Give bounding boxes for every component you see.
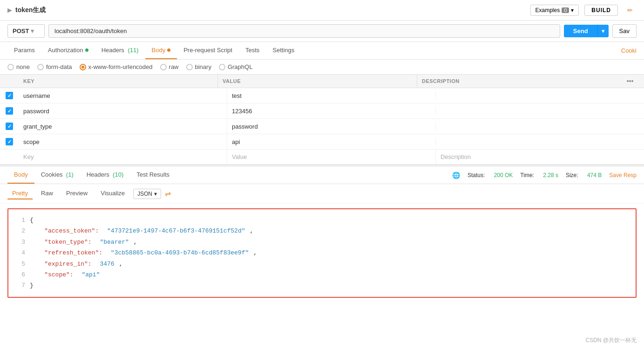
table-row: scope api [0, 134, 644, 150]
examples-button[interactable]: Examples 0 ▾ [530, 5, 579, 16]
tab-headers[interactable]: Headers (11) [95, 42, 145, 59]
method-label: POST [13, 27, 29, 34]
json-val-access-token: "473721e9-1497-4c67-b6f3-4769151cf52d" [107, 226, 245, 236]
save-button[interactable]: Sav [612, 24, 637, 38]
row3-check[interactable] [0, 119, 19, 134]
tab-body[interactable]: Body [145, 42, 177, 59]
row2-checkbox[interactable] [6, 107, 13, 115]
row4-checkbox[interactable] [6, 138, 13, 145]
tab-pre-request[interactable]: Pre-request Script [177, 42, 239, 59]
resp-tab-headers-label: Headers [87, 171, 109, 178]
build-button[interactable]: BUILD [584, 5, 618, 16]
row1-checkbox[interactable] [6, 92, 13, 99]
body-type-row: none form-data x-www-form-urlencoded raw… [0, 60, 644, 75]
title-bar: ▶ token生成 Examples 0 ▾ BUILD ✏ [0, 0, 644, 21]
radio-binary[interactable]: binary [186, 63, 211, 70]
radio-form-data[interactable]: form-data [37, 63, 72, 70]
authorization-dot [85, 48, 88, 52]
row2-value: 123456 [227, 104, 435, 118]
radio-graphql[interactable]: GraphQL [219, 63, 252, 70]
fmt-preview[interactable]: Preview [61, 188, 92, 199]
radio-urlencoded-label: x-www-form-urlencoded [88, 63, 153, 70]
resp-tab-test-results[interactable]: Test Results [130, 166, 176, 184]
tab-params[interactable]: Params [7, 42, 41, 59]
radio-none-label: none [16, 63, 30, 70]
json-line-5: 5 "expires_in": 3476, [16, 259, 628, 269]
wrap-icon[interactable]: ⇌ [165, 189, 171, 198]
resp-tab-headers[interactable]: Headers (10) [80, 166, 130, 184]
cookies-badge: (1) [64, 171, 74, 178]
line-num-6: 6 [16, 269, 25, 280]
json-key-scope: "scope": [30, 269, 77, 280]
status-label: Status: [468, 172, 487, 178]
method-arrow-icon: ▾ [31, 27, 34, 34]
row2-check[interactable] [0, 103, 19, 118]
header-key: KEY [19, 75, 217, 88]
tab-pre-request-label: Pre-request Script [183, 47, 232, 54]
tab-authorization-label: Authorization [48, 47, 83, 54]
add-desc[interactable]: Description [435, 150, 644, 164]
resp-tab-body-label: Body [14, 171, 28, 178]
fmt-raw[interactable]: Raw [36, 188, 58, 199]
json-key-token-type: "token_type": [30, 237, 95, 247]
tab-settings[interactable]: Settings [266, 42, 301, 59]
row3-value: password [227, 119, 435, 134]
row1-key: username [19, 89, 227, 103]
resp-tab-body[interactable]: Body [7, 166, 34, 184]
fmt-pretty[interactable]: Pretty [7, 188, 33, 199]
tab-authorization[interactable]: Authorization [41, 42, 95, 59]
radio-none[interactable]: none [7, 63, 30, 70]
radio-binary-circle [186, 64, 193, 70]
size-value: 474 B [587, 172, 602, 178]
fmt-visualize[interactable]: Visualize [96, 188, 129, 199]
tab-body-label: Body [152, 47, 166, 54]
edit-icon[interactable]: ✏ [624, 5, 637, 16]
send-arrow-button[interactable]: ▾ [597, 25, 609, 37]
format-bar: Pretty Raw Preview Visualize JSON ▾ ⇌ [0, 184, 644, 204]
method-select[interactable]: POST ▾ [7, 24, 45, 38]
row3-key: grant_type [19, 119, 227, 134]
json-line-1: 1 { [16, 215, 628, 226]
cookies-link[interactable]: Cooki [621, 47, 637, 54]
send-button[interactable]: Send [564, 25, 597, 37]
format-select-label: JSON [137, 191, 152, 197]
globe-icon[interactable]: 🌐 [452, 172, 460, 179]
row2-desc [435, 107, 644, 115]
status-value: 200 OK [494, 172, 513, 178]
format-chevron-icon: ▾ [154, 191, 157, 197]
title-left: ▶ token生成 [7, 6, 46, 14]
format-select[interactable]: JSON ▾ [133, 189, 161, 199]
radio-urlencoded[interactable]: x-www-form-urlencoded [80, 63, 153, 70]
examples-badge: 0 [562, 7, 569, 13]
radio-raw-label: raw [169, 63, 179, 70]
json-val-token-type: "bearer" [100, 237, 129, 247]
json-val-expires-in: 3476 [100, 259, 114, 269]
radio-graphql-circle [219, 64, 225, 70]
row1-check[interactable] [0, 88, 19, 103]
url-bar: POST ▾ Send ▾ Sav [0, 21, 644, 42]
add-key[interactable]: Key [19, 150, 227, 164]
add-value[interactable]: Value [227, 150, 435, 164]
json-line-2: 2 "access_token": "473721e9-1497-4c67-b6… [16, 226, 628, 236]
url-input[interactable] [48, 24, 560, 38]
response-tabs: Body Cookies (1) Headers (10) Test Resul… [0, 166, 644, 184]
tab-tests[interactable]: Tests [239, 42, 266, 59]
row4-check[interactable] [0, 134, 19, 149]
row3-checkbox[interactable] [6, 123, 13, 130]
table-header: KEY VALUE DESCRIPTION ••• [0, 75, 644, 88]
radio-form-data-circle [37, 64, 44, 70]
json-close-brace: } [30, 280, 34, 291]
header-actions: ••• [616, 75, 644, 88]
json-key-access-token: "access_token": [30, 226, 102, 236]
resp-tab-cookies[interactable]: Cookies (1) [34, 166, 80, 184]
examples-label: Examples [536, 7, 560, 14]
tab-params-label: Params [14, 47, 35, 54]
radio-raw[interactable]: raw [160, 63, 179, 70]
save-response-button[interactable]: Save Resp [609, 172, 637, 178]
table-row: username test [0, 88, 644, 103]
three-dots-icon[interactable]: ••• [627, 77, 634, 85]
json-response-view: 1 { 2 "access_token": "473721e9-1497-4c6… [7, 208, 637, 298]
json-line-7: 7 } [16, 280, 628, 291]
title-arrow-icon: ▶ [7, 7, 12, 14]
time-label: Time: [520, 172, 536, 178]
